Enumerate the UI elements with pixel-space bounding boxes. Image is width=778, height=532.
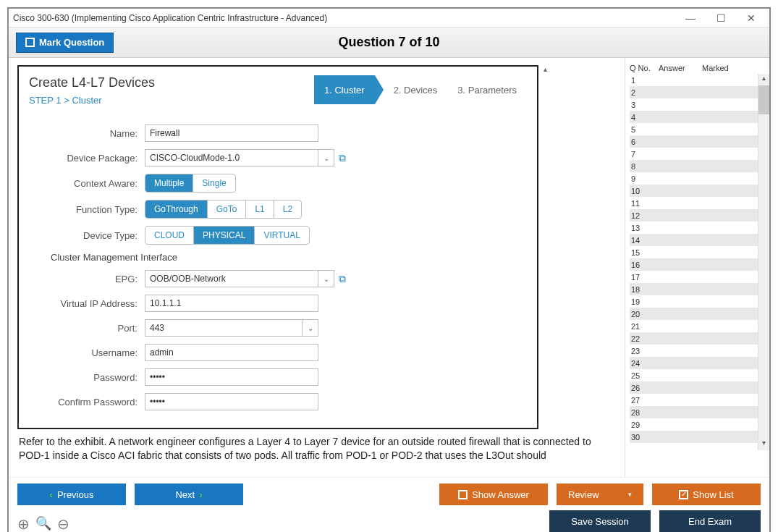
device-package-field[interactable] [145,149,318,166]
list-item[interactable]: 30 [630,431,766,443]
next-label: Next [175,489,195,500]
list-item[interactable]: 22 [630,332,766,345]
toggle-gothrough[interactable]: GoThrough [145,200,208,218]
app-window: Cisco 300-630 (Implementing Cisco Applic… [7,7,771,532]
list-item[interactable]: 20 [630,308,766,320]
toggle-physical[interactable]: PHYSICAL [194,227,255,244]
review-dropdown[interactable]: Review▾ [557,484,643,505]
epg-label: EPG: [29,274,145,284]
zoom-out-icon[interactable]: ⊖ [57,515,69,532]
list-item[interactable]: 21 [630,320,766,332]
list-item[interactable]: 8 [630,160,766,172]
toggle-single[interactable]: Single [193,174,234,192]
zoom-in-icon[interactable]: ⊕ [17,515,30,532]
function-type-group: GoThroughGoToL1L2 [145,200,302,219]
next-button[interactable]: Next› [135,484,243,505]
password-field[interactable] [145,368,318,386]
list-item[interactable]: 24 [630,357,766,369]
toggle-l1[interactable]: L1 [246,200,274,218]
maximize-button[interactable]: ☐ [707,10,735,26]
username-label: Username: [29,347,145,358]
scroll-up-icon[interactable]: ▴ [758,74,769,85]
list-item[interactable]: 12 [630,209,766,221]
mark-question-label: Mark Question [39,37,104,48]
cluster-mgmt-header: Cluster Management Interface [51,252,527,263]
scroll-down-icon[interactable]: ▾ [758,439,769,450]
zoom-reset-icon[interactable]: 🔍 [35,515,51,532]
save-session-button[interactable]: Save Session [549,510,651,532]
function-type-label: Function Type: [29,204,145,215]
toggle-l2[interactable]: L2 [274,200,301,218]
device-type-label: Device Type: [29,230,145,241]
confirm-password-field[interactable] [145,393,318,410]
minimize-button[interactable]: — [677,10,704,26]
question-counter: Question 7 of 10 [338,35,439,50]
toggle-goto[interactable]: GoTo [208,200,247,218]
close-button[interactable]: ✕ [737,10,765,26]
list-item[interactable]: 1 [630,74,766,86]
list-item[interactable]: 26 [630,381,766,394]
list-item[interactable]: 14 [630,234,766,246]
previous-button[interactable]: ‹Previous [17,484,126,505]
list-item[interactable]: 7 [630,148,766,160]
list-item[interactable]: 23 [630,345,766,357]
wizard-step-cluster[interactable]: 1. Cluster [314,75,375,104]
show-list-button[interactable]: Show List [652,484,761,505]
chevron-down-icon[interactable]: ⌄ [303,319,318,337]
show-answer-button[interactable]: Show Answer [439,484,548,505]
wizard-steps: 1. Cluster 2. Devices 3. Parameters [314,75,527,104]
question-list[interactable]: 1234567891011121314151617181920212223242… [630,74,766,450]
name-field[interactable] [145,124,318,142]
chevron-down-icon[interactable]: ⌄ [318,149,334,166]
toggle-multiple[interactable]: Multiple [145,174,193,192]
chevron-down-icon[interactable]: ⌄ [318,270,334,287]
question-text: Refer to the exhibit. A network engineer… [17,429,616,467]
list-item[interactable]: 5 [630,123,766,135]
end-exam-button[interactable]: End Exam [659,510,761,532]
scroll-up-icon[interactable]: ▴ [544,65,547,73]
list-item[interactable]: 29 [630,418,766,431]
wizard-step-devices[interactable]: 2. Devices [375,75,448,104]
previous-label: Previous [57,489,94,500]
show-answer-label: Show Answer [472,489,529,500]
list-item[interactable]: 10 [630,185,766,197]
question-list-panel: Q No. Answer Marked 12345678910111213141… [625,58,769,477]
list-item[interactable]: 2 [630,86,766,98]
list-item[interactable]: 16 [630,258,766,271]
toggle-cloud[interactable]: CLOUD [145,227,194,244]
list-item[interactable]: 25 [630,369,766,381]
wizard-step-parameters[interactable]: 3. Parameters [447,75,527,104]
context-aware-label: Context Aware: [29,178,145,189]
list-item[interactable]: 19 [630,295,766,308]
scrollbar[interactable]: ▴ ▾ [758,74,769,450]
port-field[interactable] [145,319,303,337]
vip-label: Virtual IP Address: [29,298,145,309]
vip-field[interactable] [145,295,318,312]
checkbox-icon [458,490,468,499]
external-link-icon[interactable]: ⧉ [339,152,346,164]
scroll-thumb[interactable] [758,85,769,114]
name-label: Name: [29,128,145,139]
toggle-virtual[interactable]: VIRTUAL [255,227,308,244]
list-item[interactable]: 6 [630,135,766,148]
external-link-icon[interactable]: ⧉ [339,273,346,285]
list-item[interactable]: 9 [630,172,766,185]
list-item[interactable]: 4 [630,111,766,123]
epg-field[interactable] [145,270,318,287]
list-item[interactable]: 17 [630,271,766,283]
col-qno: Q No. [630,64,659,72]
exhibit-step: STEP 1 > Cluster [29,95,155,106]
list-item[interactable]: 27 [630,394,766,406]
mark-question-button[interactable]: Mark Question [16,33,114,53]
list-item[interactable]: 15 [630,246,766,258]
username-field[interactable] [145,344,318,361]
list-item[interactable]: 13 [630,221,766,234]
list-item[interactable]: 28 [630,406,766,418]
col-marked: Marked [702,64,745,72]
list-item[interactable]: 11 [630,197,766,209]
review-label: Review [568,489,599,500]
list-item[interactable]: 18 [630,283,766,295]
list-item[interactable]: 3 [630,98,766,111]
chevron-down-icon: ▾ [628,491,632,498]
device-type-group: CLOUDPHYSICALVIRTUAL [145,226,310,245]
